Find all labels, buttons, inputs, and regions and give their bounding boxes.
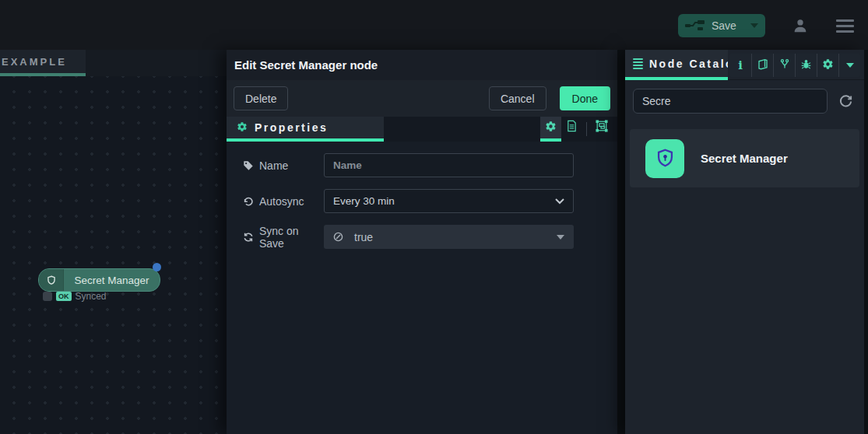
more-tabs-button[interactable] xyxy=(838,54,860,77)
status-badge: OK xyxy=(56,292,72,301)
status-text: Synced xyxy=(76,291,107,302)
info-icon: i xyxy=(738,60,743,72)
autosync-selected-value: Every 30 min xyxy=(333,195,395,207)
bug-icon xyxy=(800,58,812,73)
flow-tab-bar: EXAMPLE xyxy=(0,50,227,76)
deploy-icon xyxy=(685,19,705,33)
list-icon xyxy=(633,58,643,69)
node-label: Secret Manager xyxy=(64,269,160,291)
catalog-search-input[interactable] xyxy=(633,89,828,114)
appearance-view-button[interactable] xyxy=(591,117,612,142)
catalog-search-row xyxy=(625,80,864,114)
flow-tab-label: EXAMPLE xyxy=(2,56,67,68)
top-bar: Save xyxy=(0,0,868,50)
delete-button[interactable]: Delete xyxy=(234,86,288,110)
debug-tab-button[interactable] xyxy=(795,54,817,77)
branch-icon xyxy=(779,58,790,73)
tag-icon xyxy=(243,160,254,171)
edit-panel-title: Edit Secret Manager node xyxy=(227,50,617,80)
object-group-icon xyxy=(596,120,608,135)
tab-node-catalog[interactable]: Node Catalog xyxy=(625,50,728,80)
edit-panel-actions: Delete Cancel Done xyxy=(227,80,617,117)
chevron-down-icon xyxy=(555,198,564,205)
name-field-row: Name xyxy=(243,153,617,177)
document-icon xyxy=(566,120,578,135)
autosync-field-label: Autosync xyxy=(243,195,324,208)
save-button[interactable]: Save xyxy=(678,14,765,37)
sync-on-save-field-label: Sync on Save xyxy=(243,225,324,250)
dropdown-caret-icon xyxy=(557,235,564,240)
refresh-icon[interactable] xyxy=(838,94,853,109)
name-field-label: Name xyxy=(243,159,324,172)
cancel-button[interactable]: Cancel xyxy=(489,86,546,110)
tab-properties-label: Properties xyxy=(255,121,328,134)
save-dropdown-caret-icon[interactable] xyxy=(750,23,758,28)
name-input[interactable] xyxy=(324,153,574,177)
shield-icon xyxy=(645,139,684,178)
sync-on-save-field-row: Sync on Save true xyxy=(243,225,617,249)
divider xyxy=(586,122,587,136)
autosync-field-row: Autosync Every 30 min xyxy=(243,189,617,213)
save-button-label: Save xyxy=(712,19,736,32)
description-view-button[interactable] xyxy=(561,117,582,142)
gear-icon xyxy=(545,121,557,135)
help-tab-button[interactable] xyxy=(751,54,773,77)
history-icon xyxy=(243,196,254,207)
gear-icon xyxy=(822,58,834,73)
catalog-header: Node Catalog i xyxy=(625,50,864,80)
info-tab-button[interactable]: i xyxy=(729,54,751,77)
shield-icon xyxy=(39,269,64,291)
node-catalog-panel: Node Catalog i xyxy=(625,50,864,434)
branch-tab-button[interactable] xyxy=(773,54,795,77)
catalog-item-secret-manager[interactable]: Secret Manager xyxy=(630,129,859,187)
app-window: Save EXAMPLE Secret Manager xyxy=(0,0,868,434)
book-icon xyxy=(757,58,769,73)
sync-icon xyxy=(243,232,254,243)
config-tab-button[interactable] xyxy=(817,54,838,77)
catalog-item-label: Secret Manager xyxy=(701,152,788,165)
edit-panel-tabs: Properties xyxy=(227,117,617,142)
tab-properties[interactable]: Properties xyxy=(227,117,384,142)
gear-icon xyxy=(237,121,248,135)
edit-panel-view-switcher xyxy=(540,117,617,142)
node-port-dot[interactable] xyxy=(153,263,161,271)
done-button[interactable]: Done xyxy=(560,86,610,110)
flow-tab-example[interactable]: EXAMPLE xyxy=(0,50,86,76)
boolean-type-icon[interactable] xyxy=(333,232,343,242)
secret-manager-node[interactable]: Secret Manager xyxy=(38,268,160,292)
catalog-title: Node Catalog xyxy=(649,58,728,70)
chevron-down-icon xyxy=(846,63,854,68)
menu-icon[interactable] xyxy=(836,19,854,36)
edit-panel-form: Name Autosync Every 30 min xyxy=(227,142,617,434)
sync-on-save-value: true xyxy=(354,231,373,243)
user-icon[interactable] xyxy=(792,17,809,34)
edit-node-panel: Edit Secret Manager node Delete Cancel D… xyxy=(227,50,617,434)
sync-on-save-typed-input[interactable]: true xyxy=(324,225,574,249)
properties-view-button[interactable] xyxy=(540,117,561,142)
sidebar-tab-toolbar: i xyxy=(729,54,860,77)
node-status: OK Synced xyxy=(43,291,107,302)
status-shape-icon xyxy=(43,292,52,301)
autosync-select[interactable]: Every 30 min xyxy=(324,189,574,213)
flow-canvas[interactable]: Secret Manager OK Synced xyxy=(0,76,227,434)
